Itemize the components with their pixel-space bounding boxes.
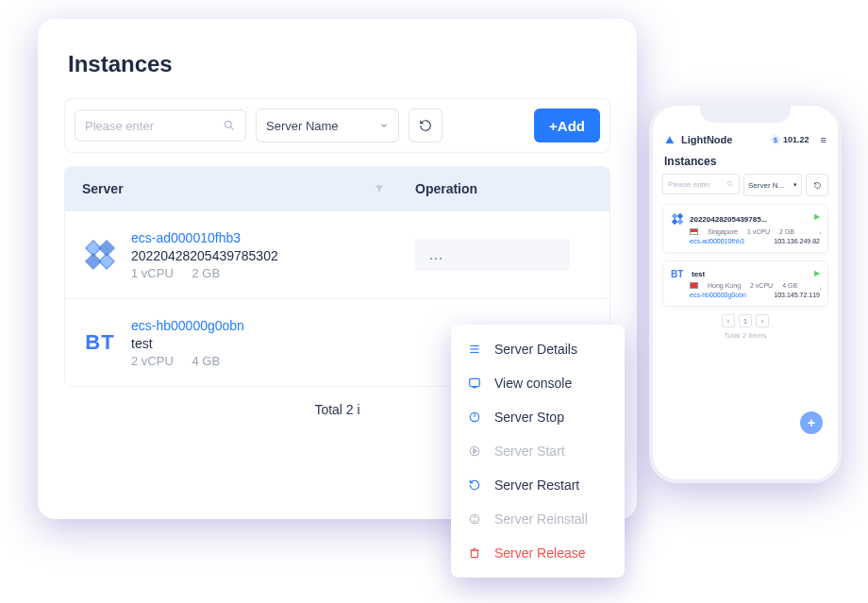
flag-hk-icon [690, 282, 698, 289]
svg-marker-14 [474, 449, 477, 454]
operation-context-menu: Server Details View console Server Stop … [451, 325, 625, 578]
mobile-pager: ‹ 1 › [662, 314, 828, 327]
filter-icon[interactable] [374, 183, 385, 194]
bt-icon: BT [82, 325, 118, 360]
server-ram: 4 GB [192, 354, 220, 368]
server-vcpu: 2 vCPU [131, 354, 174, 368]
mobile-instance-card[interactable]: 20220428205439785... ▶ Singapore 1 vCPU … [662, 204, 828, 253]
power-icon [466, 409, 483, 426]
mobile-search-input[interactable]: Please enter [662, 174, 740, 194]
filter-select[interactable]: Server Name [256, 109, 399, 142]
mobile-instance-card[interactable]: BT test ▶ Hong Kong 2 vCPU 4 GB ecs-hb00… [662, 260, 828, 307]
add-button[interactable]: +Add [534, 109, 600, 142]
flag-sg-icon [690, 228, 698, 235]
menu-server-start: Server Start [451, 434, 625, 468]
mobile-filter-select[interactable]: Server N... ▾ [743, 174, 802, 196]
mobile-page-title: Instances [664, 155, 826, 168]
col-server-label: Server [82, 181, 124, 196]
menu-item-label: Server Details [494, 342, 577, 357]
menu-item-label: Server Start [494, 444, 565, 459]
col-operation-label: Operation [415, 181, 477, 196]
menu-item-label: Server Release [494, 545, 586, 561]
svg-rect-9 [470, 378, 480, 386]
ellipsis-icon: … [428, 246, 445, 263]
table-row: ecs-ad000010fhb3 20220428205439785302 1 … [65, 210, 609, 298]
toolbar: Please enter Server Name +Add [64, 98, 610, 153]
svg-point-19 [727, 181, 731, 185]
bt-icon: BT [671, 269, 686, 279]
page-title: Instances [68, 51, 610, 77]
server-id-link[interactable]: ecs-hb00000g0obn [131, 318, 244, 333]
console-icon [466, 375, 483, 392]
refresh-button[interactable] [409, 109, 442, 142]
svg-rect-16 [472, 550, 478, 558]
menu-server-stop[interactable]: Server Stop [451, 400, 625, 434]
svg-line-20 [731, 185, 733, 187]
refresh-icon [813, 181, 822, 190]
centos-icon [671, 212, 684, 226]
chevron-right-icon: › [819, 228, 822, 238]
search-input[interactable]: Please enter [75, 109, 246, 142]
svg-rect-5 [99, 254, 114, 269]
search-icon [223, 119, 236, 132]
mobile-server-id[interactable]: ecs-ad000010fhb3 [690, 238, 744, 244]
menu-view-console[interactable]: View console [451, 366, 625, 400]
mobile-preview: LightNode $ 101.22 ≡ Instances Please en… [649, 102, 842, 483]
server-spec: 2 vCPU 4 GB [131, 354, 244, 368]
server-name: 20220428205439785302 [131, 248, 278, 263]
server-name: test [131, 336, 244, 351]
refresh-icon [419, 119, 432, 132]
pager-next[interactable]: › [756, 314, 769, 327]
server-vcpu: 1 vCPU [131, 266, 174, 280]
svg-point-15 [470, 514, 478, 523]
trash-icon [466, 544, 483, 561]
restart-icon [466, 477, 483, 494]
balance-badge[interactable]: $ 101.22 [771, 135, 810, 144]
centos-icon [82, 237, 118, 273]
menu-item-label: Server Reinstall [494, 511, 588, 527]
dollar-icon: $ [771, 135, 780, 144]
server-spec: 1 vCPU 2 GB [131, 266, 278, 280]
pager-prev[interactable]: ‹ [722, 314, 735, 327]
menu-server-restart[interactable]: Server Restart [451, 468, 625, 502]
svg-line-1 [231, 127, 234, 130]
logo-icon [664, 134, 676, 145]
menu-server-details[interactable]: Server Details [451, 332, 625, 366]
plus-icon: + [808, 415, 815, 430]
mobile-select-label: Server N... [748, 181, 784, 190]
mobile-server-ip: 103.145.72.119 [774, 292, 820, 298]
search-placeholder: Please enter [85, 119, 154, 133]
running-status-icon: ▶ [814, 212, 820, 221]
mobile-region: Hong Kong [708, 282, 741, 289]
svg-rect-21 [672, 213, 678, 220]
running-status-icon: ▶ [814, 269, 820, 277]
filter-select-label: Server Name [266, 119, 339, 133]
operation-menu-button[interactable]: … [415, 239, 570, 271]
balance-value: 101.22 [783, 135, 810, 144]
brand-label: LightNode [681, 134, 732, 145]
svg-rect-23 [672, 219, 678, 226]
mobile-refresh-button[interactable] [806, 174, 828, 196]
pager-page[interactable]: 1 [739, 314, 752, 327]
menu-server-release[interactable]: Server Release [451, 536, 625, 570]
mobile-search-placeholder: Please enter [668, 180, 710, 189]
mobile-add-fab[interactable]: + [800, 411, 823, 434]
reinstall-icon [466, 511, 483, 528]
chevron-down-icon: ▾ [793, 181, 797, 189]
mobile-server-name: test [692, 270, 705, 278]
menu-icon[interactable]: ≡ [821, 134, 826, 145]
mobile-vcpu: 2 vCPU [750, 282, 773, 289]
menu-item-label: Server Stop [494, 410, 564, 425]
mobile-total-label: Total 2 items [662, 331, 828, 340]
server-id-link[interactable]: ecs-ad000010fhb3 [131, 230, 278, 245]
phone-notch [700, 106, 791, 123]
chevron-right-icon: › [819, 284, 822, 293]
mobile-server-name: 20220428205439785... [690, 215, 767, 224]
svg-rect-24 [677, 219, 684, 226]
search-icon [726, 180, 734, 188]
server-ram: 2 GB [192, 266, 220, 280]
add-button-label: +Add [549, 118, 585, 134]
menu-item-label: Server Restart [494, 477, 579, 493]
mobile-server-id[interactable]: ecs-hb00000g0obn [690, 292, 746, 298]
play-icon [466, 443, 483, 460]
